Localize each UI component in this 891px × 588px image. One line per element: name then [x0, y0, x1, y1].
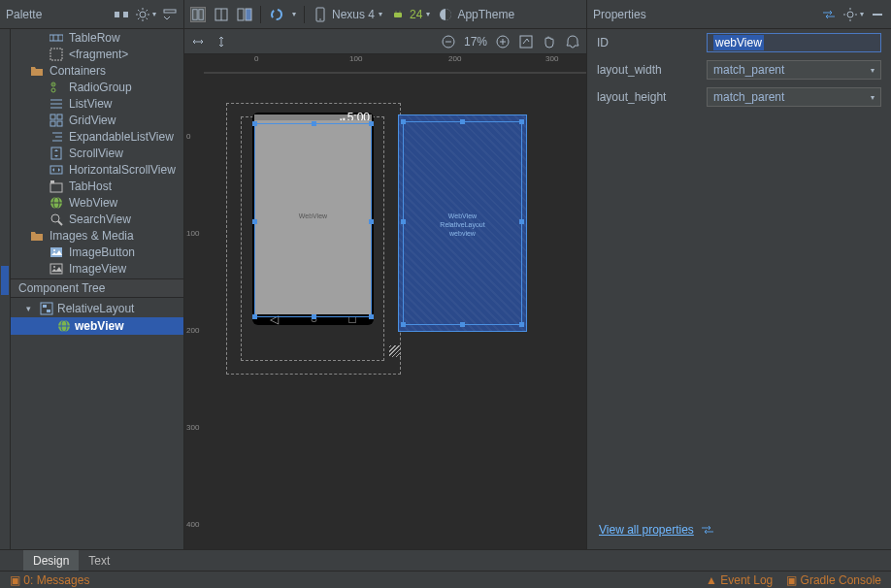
- property-row-height: layout_height match_parent▾: [587, 83, 891, 111]
- chevron-down-icon: ▾: [871, 93, 874, 102]
- tab-text[interactable]: Text: [79, 550, 119, 571]
- properties-title: Properties: [593, 8, 646, 21]
- palette-list: TableRow <fragment> Containers RadioGrou…: [11, 29, 183, 278]
- svg-rect-47: [51, 147, 61, 159]
- svg-line-8: [147, 17, 148, 19]
- zoom-in-icon[interactable]: [495, 34, 511, 49]
- collapse-all-icon[interactable]: [162, 7, 178, 22]
- orientation-button[interactable]: [269, 7, 284, 22]
- table-row-icon: [50, 31, 63, 45]
- pan-tool-icon[interactable]: [542, 34, 557, 49]
- palette-item[interactable]: GridView: [11, 112, 183, 128]
- gear-icon[interactable]: [842, 7, 858, 22]
- properties-panel: ID webView layout_width match_parent▾ la…: [587, 29, 891, 549]
- palette-item[interactable]: RadioGroup: [11, 79, 183, 95]
- editor-tabs: Design Text: [0, 549, 891, 571]
- svg-rect-11: [164, 10, 176, 13]
- design-mode-button[interactable]: [190, 7, 206, 22]
- h-scroll-view-icon: [50, 163, 63, 177]
- svg-rect-68: [47, 310, 50, 312]
- pan-h-icon[interactable]: [190, 34, 206, 49]
- svg-line-10: [147, 10, 148, 12]
- event-log-button[interactable]: ▲ Event Log: [706, 573, 773, 587]
- tab-design[interactable]: Design: [23, 550, 79, 571]
- blueprint-mode-button[interactable]: [214, 7, 229, 22]
- svg-point-36: [52, 83, 54, 85]
- minimize-icon[interactable]: [870, 7, 885, 22]
- collapse-icon[interactable]: ▾: [22, 303, 34, 314]
- view-all-properties-link[interactable]: View all properties: [587, 510, 891, 549]
- pan-v-icon[interactable]: [214, 34, 229, 49]
- palette-item[interactable]: WebView: [11, 194, 183, 211]
- image-button-icon: [50, 245, 63, 259]
- palette-item[interactable]: TabHost: [11, 178, 183, 194]
- tree-item-webview[interactable]: webView: [11, 317, 183, 335]
- palette-item[interactable]: ImageView: [11, 260, 183, 277]
- palette-switch-icon[interactable]: [114, 7, 129, 22]
- api-selector[interactable]: 24 ▾: [390, 7, 430, 22]
- svg-point-2: [140, 12, 146, 17]
- svg-point-21: [395, 11, 396, 12]
- zoom-label: 17%: [464, 35, 487, 49]
- layout-width-combo[interactable]: match_parent▾: [707, 60, 881, 80]
- left-gutter: [0, 29, 11, 549]
- gear-icon[interactable]: [135, 7, 150, 22]
- warnings-icon[interactable]: [565, 34, 580, 49]
- gradle-console-button[interactable]: ▣ Gradle Console: [786, 573, 881, 587]
- folder-icon: [30, 229, 44, 243]
- svg-rect-33: [50, 49, 62, 60]
- resize-grip-icon[interactable]: [389, 345, 401, 357]
- web-view-icon: [57, 319, 71, 333]
- id-input[interactable]: webView: [707, 33, 881, 52]
- relative-layout-icon: [40, 302, 53, 315]
- image-view-icon: [50, 262, 63, 276]
- svg-point-20: [319, 18, 321, 20]
- svg-rect-41: [57, 114, 62, 119]
- palette-item[interactable]: ScrollView: [11, 145, 183, 161]
- svg-rect-49: [50, 183, 62, 192]
- fragment-icon: [50, 48, 63, 61]
- search-view-icon: [50, 212, 63, 226]
- svg-rect-50: [50, 180, 54, 183]
- layout-height-combo[interactable]: match_parent▾: [707, 87, 881, 107]
- theme-label: AppTheme: [457, 8, 514, 21]
- svg-point-18: [272, 10, 281, 19]
- android-icon: [390, 7, 406, 22]
- chevron-down-icon: ▾: [871, 66, 874, 75]
- palette-item[interactable]: ImageButton: [11, 244, 183, 260]
- component-tree-header: Component Tree: [11, 278, 183, 298]
- zoom-out-icon[interactable]: [441, 34, 456, 49]
- svg-point-22: [399, 11, 400, 12]
- blueprint-preview[interactable]: WebView RelativeLayout webview: [398, 114, 527, 332]
- theme-icon: [438, 7, 453, 22]
- palette-item[interactable]: TableRow: [11, 29, 183, 46]
- theme-selector[interactable]: AppTheme: [438, 7, 514, 22]
- property-row-width: layout_width match_parent▾: [587, 56, 891, 83]
- palette-group[interactable]: Images & Media: [11, 227, 183, 244]
- device-selector[interactable]: Nexus 4 ▾: [313, 7, 382, 22]
- ruler-vertical: 0 100 200 300 400: [184, 74, 204, 549]
- tree-item-relativelayout[interactable]: ▾ RelativeLayout: [11, 300, 183, 317]
- both-mode-button[interactable]: [237, 7, 252, 22]
- design-surface[interactable]: 0 100 200 300 0 100 200 300 400 ▾▮: [184, 54, 586, 549]
- selection-outline[interactable]: [254, 123, 372, 317]
- palette-item[interactable]: ExpandableListView: [11, 128, 183, 145]
- device-label: Nexus 4: [332, 8, 375, 21]
- expandable-list-icon: [50, 130, 63, 144]
- messages-button[interactable]: ▣ 0: Messages: [10, 573, 89, 587]
- fit-icon[interactable]: [518, 34, 534, 49]
- svg-rect-66: [41, 303, 52, 314]
- palette-item[interactable]: HorizontalScrollView: [11, 161, 183, 178]
- palette-item[interactable]: SearchView: [11, 211, 183, 227]
- palette-item[interactable]: ListView: [11, 95, 183, 112]
- swap-icon[interactable]: [821, 7, 837, 22]
- palette-item[interactable]: <fragment>: [11, 46, 183, 62]
- canvas-toolbar: ▾ Nexus 4 ▾ 24 ▾ AppTheme: [184, 0, 587, 28]
- svg-rect-12: [193, 9, 197, 19]
- api-label: 24: [410, 8, 422, 21]
- svg-point-54: [51, 214, 59, 222]
- swap-icon: [700, 522, 715, 538]
- svg-rect-67: [43, 305, 47, 308]
- canvas-inner-toolbar: 17%: [184, 29, 586, 54]
- palette-group[interactable]: Containers: [11, 62, 183, 79]
